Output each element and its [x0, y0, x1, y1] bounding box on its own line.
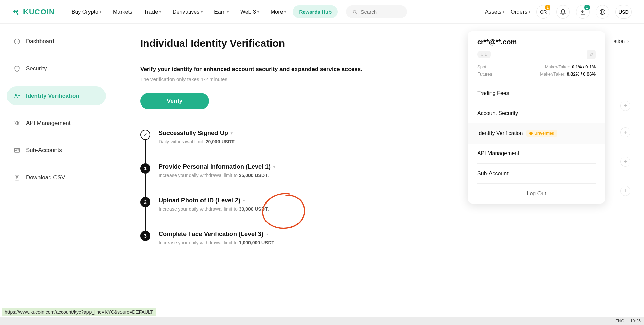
users-icon — [14, 147, 20, 154]
avatar-badge: 1 — [545, 5, 550, 10]
user-check-icon — [14, 93, 20, 99]
step-number: 1 — [140, 163, 150, 174]
step-number: 3 — [140, 231, 150, 241]
fee-futures-label: Futures — [477, 71, 492, 77]
expand-button[interactable]: + — [620, 127, 630, 137]
verify-button[interactable]: Verify — [140, 93, 209, 109]
nav-buy-crypto[interactable]: Buy Crypto▾ — [71, 9, 101, 15]
expand-button[interactable]: + — [620, 186, 630, 196]
nav-derivatives[interactable]: Derivatives▾ — [173, 9, 203, 15]
taskbar: ENG 19:25 — [0, 317, 644, 325]
download-app-button[interactable]: 1 — [576, 5, 590, 19]
globe-icon — [599, 9, 606, 15]
fee-futures-value: 0.02% / 0.06% — [567, 71, 596, 77]
panel-item-sub-account[interactable]: Sub-Account — [468, 164, 605, 183]
user-menu-panel: cr**@**.com UID Spot Maker/Taker:0.1% / … — [468, 31, 605, 204]
chevron-down-icon: ▾ — [159, 10, 161, 14]
chevron-right-icon: › — [627, 38, 629, 44]
logo[interactable]: KUCOIN — [12, 7, 55, 16]
fee-spot-label: Spot — [477, 64, 486, 69]
sidebar-item-security[interactable]: Security — [7, 59, 106, 78]
chevron-down-icon: ▾ — [231, 131, 233, 135]
sidebar-item-label: Security — [26, 65, 47, 72]
api-icon — [14, 120, 20, 127]
chevron-down-icon: ▾ — [284, 10, 286, 14]
search-icon — [353, 9, 357, 15]
panel-item-api-management[interactable]: API Management — [468, 144, 605, 163]
sidebar-item-label: Dashboard — [26, 38, 54, 45]
nav-web3[interactable]: Web 3▾ — [240, 9, 259, 15]
copy-icon — [589, 52, 594, 57]
taskbar-time: 19:25 — [630, 319, 641, 323]
svg-rect-12 — [531, 134, 531, 134]
check-icon — [140, 130, 150, 140]
sidebar-item-identity[interactable]: Identity Verification — [7, 86, 106, 105]
user-avatar-button[interactable]: CR 1 — [536, 5, 550, 19]
divider — [63, 8, 63, 16]
chevron-down-icon: ▾ — [100, 10, 101, 14]
svg-line-1 — [356, 12, 357, 13]
warning-icon — [529, 131, 533, 135]
step-level-3: 3 Complete Face Verification (Level 3)▴ … — [140, 231, 615, 264]
logo-text: KUCOIN — [23, 7, 55, 16]
nav-more[interactable]: More▾ — [271, 9, 286, 15]
svg-point-6 — [16, 150, 17, 151]
panel-item-trading-fees[interactable]: Trading Fees — [468, 83, 605, 103]
nav-orders[interactable]: Orders▾ — [511, 9, 530, 15]
chevron-up-icon: ▴ — [266, 232, 268, 237]
copy-button[interactable] — [587, 50, 596, 59]
search-box[interactable] — [346, 5, 407, 18]
nav-earn[interactable]: Earn▾ — [214, 9, 229, 15]
sidebar-item-label: Download CSV — [26, 174, 65, 181]
bell-icon — [560, 9, 566, 15]
nav-assets[interactable]: Assets▾ — [485, 9, 504, 15]
chevron-down-icon: ▾ — [201, 10, 203, 14]
taskbar-lang[interactable]: ENG — [615, 319, 624, 323]
chevron-down-icon: ▾ — [273, 165, 275, 169]
language-button[interactable] — [596, 5, 609, 19]
sidebar-item-label: Sub-Accounts — [26, 147, 62, 154]
svg-rect-11 — [531, 132, 531, 134]
sidebar-item-label: API Management — [26, 120, 70, 127]
nav-markets[interactable]: Markets — [113, 9, 132, 15]
url-tooltip: https://www.kucoin.com/account/kyc?app_l… — [2, 308, 156, 316]
search-input[interactable] — [361, 9, 401, 15]
sidebar-item-api[interactable]: API Management — [7, 114, 106, 133]
sidebar-item-download-csv[interactable]: Download CSV — [7, 168, 106, 187]
sidebar-item-subaccounts[interactable]: Sub-Accounts — [7, 141, 106, 160]
chevron-down-icon: ▾ — [529, 10, 530, 14]
logo-icon — [12, 8, 20, 16]
download-icon — [580, 9, 586, 15]
chevron-down-icon: ▾ — [227, 10, 229, 14]
shield-icon — [14, 65, 20, 72]
step-desc: Increase your daily withdrawal limit to … — [159, 240, 615, 245]
user-email: cr**@**.com — [477, 38, 596, 46]
unverified-badge: Unverified — [526, 130, 557, 137]
sidebar-item-label: Identity Verification — [26, 93, 79, 99]
chevron-down-icon: ▾ — [503, 10, 504, 14]
panel-item-logout[interactable]: Log Out — [468, 184, 605, 204]
fee-spot-value: 0.1% / 0.1% — [572, 64, 596, 69]
svg-rect-9 — [590, 53, 592, 55]
file-icon — [14, 174, 20, 181]
expand-button[interactable]: + — [620, 157, 630, 167]
top-nav: KUCOIN Buy Crypto▾ Markets Trade▾ Deriva… — [0, 0, 644, 24]
panel-item-identity-verification[interactable]: Identity Verification Unverified — [468, 123, 605, 144]
breadcrumb[interactable]: ation › — [613, 38, 629, 44]
currency-button[interactable]: USD — [615, 5, 632, 19]
download-badge: 1 — [584, 5, 590, 10]
sidebar: Dashboard Security Identity Verification… — [0, 24, 113, 325]
svg-rect-8 — [591, 54, 593, 56]
panel-item-account-security[interactable]: Account Security — [468, 103, 605, 123]
expand-button[interactable]: + — [620, 101, 630, 111]
chevron-down-icon: ▾ — [257, 10, 259, 14]
uid-chip: UID — [477, 51, 491, 58]
dashboard-icon — [14, 38, 20, 45]
sidebar-item-dashboard[interactable]: Dashboard — [7, 32, 106, 51]
step-number: 2 — [140, 197, 150, 207]
nav-trade[interactable]: Trade▾ — [144, 9, 161, 15]
svg-point-4 — [15, 94, 17, 96]
rewards-hub-button[interactable]: Rewards Hub — [293, 5, 338, 18]
step-title[interactable]: Complete Face Verification (Level 3)▴ — [159, 231, 615, 238]
notifications-button[interactable] — [556, 5, 570, 19]
